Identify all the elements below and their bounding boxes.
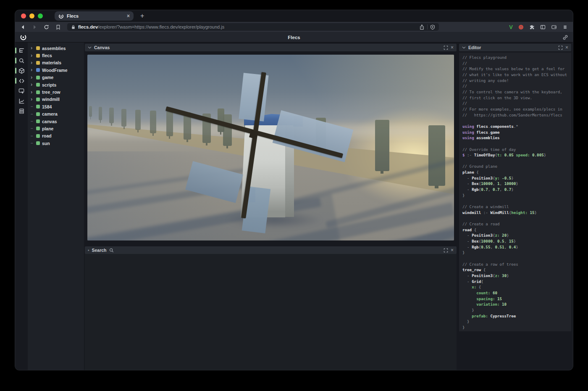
tree-item-camera[interactable]: –camera bbox=[28, 111, 84, 118]
code-line: } bbox=[462, 307, 571, 313]
search-panel-title: Search bbox=[92, 248, 107, 253]
code-line bbox=[462, 141, 571, 147]
close-icon[interactable]: × bbox=[451, 248, 454, 253]
entity-color-swatch bbox=[36, 134, 40, 138]
close-icon[interactable]: × bbox=[451, 45, 454, 50]
wallet-icon[interactable] bbox=[551, 24, 557, 30]
close-icon[interactable]: × bbox=[565, 45, 568, 50]
code-line: using flecs.components.* bbox=[462, 124, 571, 129]
browser-tab-bar: Flecs × + bbox=[15, 10, 573, 22]
statistics-chart-icon[interactable] bbox=[15, 96, 28, 106]
chevron-down-icon[interactable] bbox=[462, 46, 466, 49]
scene-3d-icon[interactable] bbox=[15, 66, 28, 75]
code-line: using assemblies bbox=[462, 135, 571, 141]
code-line: using flecs.game bbox=[462, 129, 571, 135]
cypress-tree-3d bbox=[99, 107, 102, 120]
code-line: - Rgb{0.7, 0.7, 0.7} bbox=[462, 187, 571, 193]
inspector-window-icon[interactable] bbox=[15, 86, 28, 95]
code-line: spacing: 15 bbox=[462, 296, 571, 302]
leaf-dash-icon: – bbox=[31, 126, 34, 131]
expand-icon[interactable] bbox=[558, 45, 563, 50]
browser-window: Flecs × + flecs.dev/explorer/?wasm=https… bbox=[15, 10, 573, 370]
tree-item-assemblies[interactable]: ›assemblies bbox=[28, 45, 84, 52]
expand-arrow-icon[interactable]: › bbox=[31, 89, 34, 95]
entity-tree-panel: ›assemblies›flecs›materials›WoodFrame›ga… bbox=[28, 42, 84, 370]
tab-close-icon[interactable]: × bbox=[127, 13, 130, 18]
extensions-puzzle-icon[interactable] bbox=[529, 24, 535, 30]
tree-item-sun[interactable]: –sun bbox=[28, 140, 84, 147]
active-indicator bbox=[15, 48, 16, 53]
expand-arrow-icon[interactable]: › bbox=[31, 96, 34, 102]
tree-item-label: 1584 bbox=[42, 104, 52, 109]
code-line: // For more examples, see examples/plecs… bbox=[462, 106, 571, 112]
flecs-favicon bbox=[58, 13, 64, 19]
code-line: // what it's like to work with an ECS wi… bbox=[462, 72, 571, 78]
expand-icon[interactable] bbox=[444, 248, 448, 253]
tree-item-game[interactable]: ›game bbox=[28, 74, 84, 81]
entity-tree-icon[interactable] bbox=[15, 46, 28, 55]
tree-item-materials[interactable]: ›materials bbox=[28, 59, 84, 66]
code-line: } bbox=[462, 250, 571, 256]
new-tab-button[interactable]: + bbox=[140, 13, 144, 19]
module-color-swatch bbox=[36, 54, 40, 58]
tree-item-scripts[interactable]: ›scripts bbox=[28, 81, 84, 88]
bookmark-icon[interactable] bbox=[55, 24, 61, 30]
leaf-dash-icon: – bbox=[31, 141, 34, 145]
code-line: // To control the camera with the keyboa… bbox=[462, 89, 571, 95]
tree-item-label: materials bbox=[42, 60, 61, 65]
v-extension-icon[interactable]: V bbox=[509, 24, 513, 30]
share-link-icon[interactable] bbox=[562, 34, 568, 40]
back-icon[interactable] bbox=[20, 24, 26, 30]
tree-item-flecs[interactable]: ›flecs bbox=[28, 52, 84, 59]
red-extension-icon[interactable] bbox=[518, 24, 524, 30]
tree-item-WoodFrame[interactable]: ›WoodFrame bbox=[28, 66, 84, 74]
code-line: road { bbox=[462, 227, 571, 233]
minimize-window-button[interactable] bbox=[29, 13, 34, 18]
tree-item-canvas[interactable]: –canvas bbox=[28, 118, 84, 125]
tree-item-1584[interactable]: –1584 bbox=[28, 103, 84, 110]
sidebar-toggle-icon[interactable] bbox=[540, 24, 546, 30]
tree-item-windmill[interactable]: ›windmill bbox=[28, 96, 84, 103]
expand-icon[interactable] bbox=[444, 45, 448, 50]
browser-tab[interactable]: Flecs × bbox=[55, 11, 134, 21]
chevron-down-icon[interactable] bbox=[88, 46, 92, 49]
tree-item-road[interactable]: –road bbox=[28, 132, 84, 140]
tree-item-label: scripts bbox=[42, 82, 56, 87]
expand-arrow-icon[interactable]: › bbox=[31, 74, 34, 80]
close-window-button[interactable] bbox=[21, 13, 26, 18]
expand-arrow-icon[interactable]: › bbox=[31, 53, 34, 58]
code-line: variation: 10 bbox=[462, 301, 571, 307]
tree-item-plane[interactable]: –plane bbox=[28, 125, 84, 132]
tree-item-tree_row[interactable]: ›tree_row bbox=[28, 88, 84, 95]
code-line: - Rgb{0.55, 0.51, 0.4} bbox=[462, 244, 571, 250]
tree-item-label: sun bbox=[42, 141, 50, 146]
canvas-3d-view[interactable] bbox=[87, 55, 454, 240]
expand-arrow-icon[interactable]: › bbox=[31, 60, 34, 65]
query-list-icon[interactable] bbox=[15, 106, 28, 116]
code-line: - Grid{ bbox=[462, 279, 571, 285]
search-results-area[interactable] bbox=[85, 254, 457, 370]
zoom-window-button[interactable] bbox=[38, 13, 43, 18]
code-editor-icon[interactable] bbox=[15, 76, 28, 85]
flecs-explorer-page: Flecs ›assemblies›flecs›materials›WoodFr… bbox=[15, 32, 573, 370]
expand-arrow-icon[interactable]: › bbox=[31, 45, 34, 50]
tree-item-label: camera bbox=[42, 111, 58, 116]
expand-arrow-icon[interactable]: › bbox=[31, 82, 34, 87]
search-panel-header: • Search × bbox=[85, 246, 457, 254]
brave-shield-icon[interactable] bbox=[430, 24, 435, 30]
bullet-icon: • bbox=[88, 248, 89, 253]
url-bar[interactable]: flecs.dev/explorer/?wasm=https://www.fle… bbox=[67, 23, 439, 31]
code-line: - Position3{y: -0.5} bbox=[462, 175, 571, 181]
share-icon[interactable] bbox=[419, 24, 425, 30]
cypress-tree-3d bbox=[121, 109, 126, 127]
lock-icon bbox=[71, 25, 76, 29]
menu-icon[interactable] bbox=[562, 24, 568, 30]
forward-icon[interactable] bbox=[32, 24, 37, 30]
canvas-panel-header: Canvas × bbox=[85, 44, 457, 51]
expand-arrow-icon[interactable]: › bbox=[31, 67, 34, 72]
search-icon[interactable] bbox=[15, 56, 28, 65]
icon-rail bbox=[15, 42, 28, 370]
editor-panel: Editor × // Flecs playground//// Modify … bbox=[459, 42, 573, 370]
reload-icon[interactable] bbox=[44, 24, 49, 30]
code-editor[interactable]: // Flecs playground//// Modify the value… bbox=[459, 53, 571, 331]
